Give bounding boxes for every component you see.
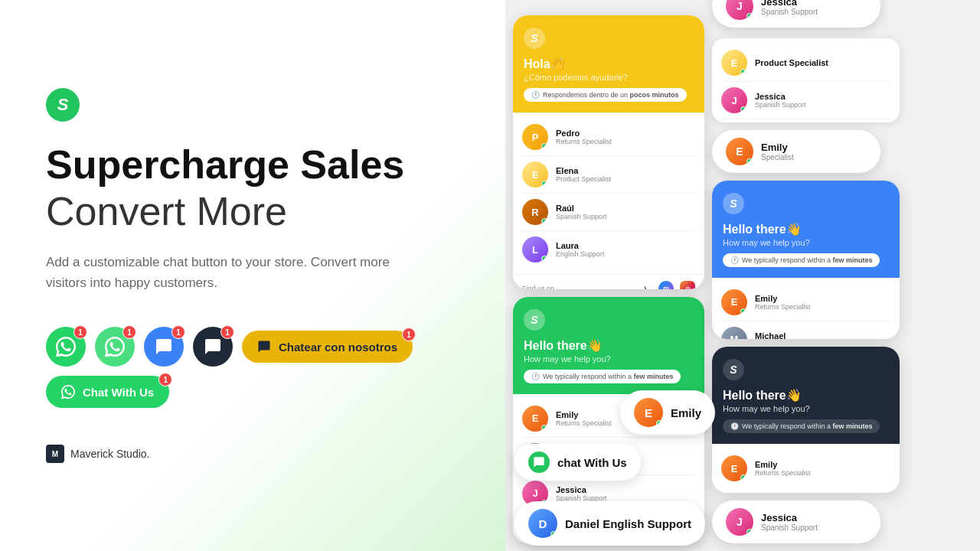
agent-elena: E Elena Product Specialist — [522, 156, 695, 194]
pedro-name: Pedro — [556, 129, 612, 138]
dark-respond-badge: 🕐 We typically respond within a few minu… — [723, 419, 880, 433]
green-card-greeting: Hello there👋 — [524, 338, 694, 353]
emily-pill-label: Emily — [671, 406, 701, 419]
maverick-text: Maverick Studio. — [70, 448, 149, 460]
brand-logo: S — [46, 88, 80, 122]
laura-name: Laura — [556, 241, 605, 250]
badge-1: 1 — [74, 325, 87, 339]
dark-chat-card: S Hello there👋 How may we help you? 🕐 We… — [712, 347, 900, 493]
agent-daniel-partial: D Daniel English Support — [721, 119, 890, 122]
agent-emily-dark: E Emily Returns Specialist — [721, 450, 890, 487]
raul-role: Spanish Support — [556, 213, 607, 220]
chatear-pill-button[interactable]: Chatear con nosotros 1 — [242, 331, 413, 363]
logo-letter: S — [57, 96, 69, 113]
instagram-icon[interactable]: ◎ — [680, 281, 695, 289]
agent-jessica-partial: J Jessica Spanish Support — [721, 82, 890, 119]
cards-col-left: S Hola👋 ¿Cómo podemos ayudarle? 🕐 Respon… — [513, 8, 704, 543]
social-icons-yellow: ♪ m ◎ — [637, 281, 695, 289]
yellow-pill-badge: 1 — [402, 328, 416, 341]
yellow-card-subgreeting: ¿Cómo podemos ayudarle? — [524, 73, 694, 82]
elena-avatar: E — [522, 161, 548, 187]
product-spec-avatar: E — [721, 50, 747, 76]
dark-card-subgreeting: How may we help you? — [723, 404, 889, 413]
yellow-card-logo: S — [524, 28, 545, 49]
dark-card-logo: S — [723, 359, 744, 380]
jessica-top-role: Spanish Support — [761, 8, 818, 16]
michael-name-blue: Michael — [755, 331, 810, 339]
chat-button-blue[interactable]: 1 — [144, 327, 184, 367]
dark-card-body: E Emily Returns Specialist — [712, 444, 900, 493]
blue-card-logo: S — [723, 193, 744, 214]
green-card-logo: S — [524, 309, 545, 331]
emily-avatar-dark: E — [721, 455, 747, 481]
headline-bold: Supercharge Sales — [46, 143, 459, 187]
green-respond-text: We typically respond within a few minute… — [543, 373, 673, 380]
tiktok-icon[interactable]: ♪ — [637, 281, 652, 289]
emily-specialist-avatar: E — [726, 138, 753, 165]
find-us-text: Find us on — [522, 285, 554, 289]
blue-chat-card: S Hello there👋 How may we help you? 🕐 We… — [712, 181, 900, 339]
pedro-avatar: P — [522, 124, 548, 150]
jessica-name-green: Jessica — [556, 485, 607, 494]
yellow-card-footer: Find us on ♪ m ◎ — [513, 274, 704, 289]
laura-avatar: L — [522, 236, 548, 262]
emily-avatar-green: E — [522, 406, 548, 432]
jessica-top-avatar: J — [726, 0, 753, 20]
emily-role-dark: Returns Specialist — [755, 469, 811, 477]
messenger-icon[interactable]: m — [658, 281, 674, 289]
jessica-bottom-pill[interactable]: J Jessica Spanish Support — [712, 500, 880, 543]
partial-body: E Product Specialist J Jessica Spanish S… — [712, 38, 900, 122]
chat-with-us-button[interactable]: Chat With Us 1 — [46, 376, 169, 408]
jessica-bottom-role: Spanish Support — [761, 523, 818, 532]
partial-white-card: E Product Specialist J Jessica Spanish S… — [712, 38, 900, 122]
jessica-name-partial: Jessica — [755, 92, 806, 101]
emily-name-dark: Emily — [755, 460, 811, 469]
yellow-card-greeting: Hola👋 — [524, 57, 694, 71]
emily-avatar-blue: E — [721, 289, 747, 315]
jessica-role-partial: Spanish Support — [755, 101, 806, 109]
maverick-icon: M — [46, 445, 64, 463]
headline-light: Convert More — [46, 190, 459, 233]
chat-button-dark[interactable]: 1 — [193, 327, 233, 367]
emily-specialist-name: Emily — [761, 142, 794, 153]
badge-2: 1 — [122, 325, 136, 339]
cards-col-right: J Jessica Spanish Support E Product Spec… — [712, 0, 900, 543]
jessica-avatar-partial: J — [721, 87, 747, 113]
maverick-logo: M Maverick Studio. — [46, 445, 459, 463]
chat-pill-label: chat With Us — [557, 456, 627, 469]
subtext: Add a customizable chat button to your s… — [46, 252, 413, 293]
wa-button-1[interactable]: 1 — [46, 327, 86, 367]
daniel-pill-overlay[interactable]: D Daniel English Support — [514, 501, 705, 546]
daniel-pill-label: Daniel English Support — [565, 517, 691, 530]
blue-respond-badge: 🕐 We typically respond within a few minu… — [723, 253, 880, 267]
jessica-top-name: Jessica — [761, 0, 818, 8]
michael-avatar-blue: M — [721, 327, 747, 339]
agent-raul: R Raúl Spanish Support — [522, 194, 695, 231]
agent-laura: L Laura English Support — [522, 231, 695, 268]
agent-product-spec-partial: E Product Specialist — [721, 44, 890, 82]
button-row: 1 1 1 1 Chatear con nosotros 1 Chat With… — [46, 327, 459, 408]
right-panel: S Hola👋 ¿Cómo podemos ayudarle? 🕐 Respon… — [505, 0, 980, 551]
yellow-card-body: P Pedro Returns Specialist E Elena — [513, 112, 704, 274]
yellow-respond-text: Respondemos dentro de un pocos minutos — [543, 91, 679, 99]
elena-role: Product Specialist — [556, 175, 611, 183]
jessica-top-pill[interactable]: J Jessica Spanish Support — [712, 0, 880, 28]
emily-pill-avatar: E — [634, 398, 663, 427]
emily-pill[interactable]: E Emily — [620, 390, 715, 435]
emily-specialist-pill[interactable]: E Emily Specialist — [712, 130, 880, 173]
green-respond-badge: 🕐 We typically respond within a few minu… — [524, 370, 681, 383]
raul-name: Raúl — [556, 204, 607, 213]
jessica-bottom-name: Jessica — [761, 512, 818, 523]
blue-card-greeting: Hello there👋 — [723, 222, 889, 236]
chatear-label: Chatear con nosotros — [279, 341, 397, 354]
yellow-chat-card: S Hola👋 ¿Cómo podemos ayudarle? 🕐 Respon… — [513, 15, 704, 289]
chat-pill-overlay[interactable]: chat With Us — [514, 444, 641, 481]
emily-name-green: Emily — [556, 410, 612, 419]
agent-michael-blue: M Michael Product Specialist — [721, 321, 890, 339]
chat-with-us-label: Chat With Us — [83, 386, 154, 399]
blue-card-body: E Emily Returns Specialist M Michael — [712, 278, 900, 339]
product-spec-name: Product Specialist — [755, 58, 828, 67]
wa-button-2[interactable]: 1 — [95, 327, 135, 367]
badge-3: 1 — [172, 325, 185, 339]
green-card-subgreeting: How may we help you? — [524, 354, 694, 364]
